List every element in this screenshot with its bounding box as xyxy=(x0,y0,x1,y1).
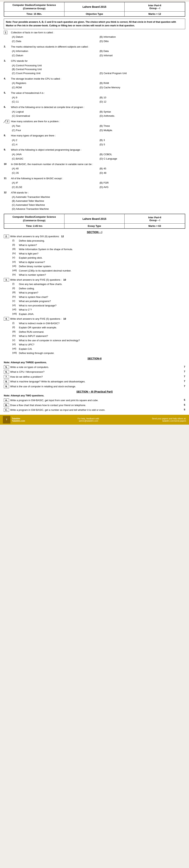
q7-text: How many solutions are there for a probl… xyxy=(11,120,185,123)
q3-num: 3. xyxy=(4,59,6,62)
header-group: Inter Part-II Group – I xyxy=(124,2,185,11)
footer-logo: T Talabilm Talabilm.com xyxy=(3,416,25,424)
q8-opt-d: (D) 5 xyxy=(100,143,185,147)
footer-logo-icon: T xyxy=(3,416,10,424)
question-9: 9. Which of the following is object orie… xyxy=(4,148,185,161)
q11-opt-c: (C) ELSE xyxy=(12,185,98,189)
essay-q3-iv: (iv)What is system flow chart? xyxy=(12,295,185,299)
essay-q4-vi: (vi)What is UPC? xyxy=(12,343,185,346)
q1-text: Collection of facts in raw form is calle… xyxy=(11,31,185,34)
q1-box: 1 xyxy=(4,31,7,34)
q11-opt-d: (D) AVG xyxy=(100,185,185,189)
questions-section: 1 Collection of facts in raw form is cal… xyxy=(4,31,185,211)
essay-qb-num: B. xyxy=(4,403,9,407)
essay-q3-marks: 10 xyxy=(63,278,66,281)
q11-text: All of the following is keyword in BASIC… xyxy=(11,177,185,180)
essay-q3-subs: (i)Give any two advantages of flow chart… xyxy=(12,282,185,316)
header-time: Time: 15 Min. xyxy=(4,11,65,16)
q8-text: How many types of languages are there : xyxy=(11,134,185,137)
header-title: Computer Studies/Computer Science (Comme… xyxy=(4,2,65,11)
footer-brand-line1: Talabilm xyxy=(12,417,25,420)
question-8: 8. How many types of languages are there… xyxy=(4,134,185,147)
section-2-note: Note: Attempt any THREE questions. xyxy=(4,361,185,364)
q2-content: The marks obtained by various students i… xyxy=(11,45,185,58)
essay-qc-num: C. xyxy=(4,408,9,412)
q9-opt-d: (D) C-Language xyxy=(100,157,185,161)
q11-options: (A) IF (B) FOR (C) ELSE (D) AVG xyxy=(12,181,185,189)
q2-text: The marks obtained by various students i… xyxy=(11,45,185,49)
q10-opt-b: (B) 45 xyxy=(100,167,185,171)
q7-opt-b: (B) Three xyxy=(100,124,185,128)
q1-opt-c: (C) Data xyxy=(12,39,98,43)
sub-num: (vi) xyxy=(12,343,19,346)
essay-q9-marks: 7 xyxy=(184,385,185,388)
essay-q3-text: Write short answers to any FIVE (5) ques… xyxy=(10,278,185,282)
q12-opt-a: (A) Automatic Transaction Machine xyxy=(12,195,185,199)
section-3-heading: SECTION – III (Practical Part) xyxy=(7,390,182,393)
q5-text: The value of hexadecimal A is : xyxy=(11,91,185,95)
q6-opt-c: (C) Grammatical xyxy=(12,114,98,118)
essay-q4-iv: (iv)What is INPUT statement? xyxy=(12,334,185,338)
essay-qa: A. Write a program in GW-BASIC, get inpu… xyxy=(4,399,185,402)
essay-q7-text: How do we define a problem? xyxy=(10,375,183,379)
essay-q2-i: (i)Define data processing. xyxy=(12,239,185,243)
q1-opt-d: (D) Ditto xyxy=(100,39,185,43)
header-board: Lahore Board 2015 xyxy=(65,2,125,11)
essay-q5-main: 5. Write a note on types of computers. 7 xyxy=(4,365,185,369)
essay-q2-text: Write short answers to any SIX (6) quest… xyxy=(10,235,185,238)
sub-text: Define testing through computer. xyxy=(19,351,185,355)
essay-header-board: Lahore Board 2015 xyxy=(65,214,125,223)
q4-content: The storage location inside the CPU is c… xyxy=(11,77,185,90)
sub-num: (ix) xyxy=(12,273,19,277)
footer-send-text: Send your papers and help others at: xyxy=(152,417,186,420)
q10-content: In GW-BASIC, the maximum number of chara… xyxy=(11,162,185,175)
sub-num: (iv) xyxy=(12,295,19,299)
essay-q4-text: Write short answers to any FIVE (5) ques… xyxy=(10,317,185,321)
essay-q2-iii: (iii)Write Information System in the sha… xyxy=(12,247,185,251)
footer-logo-text: T xyxy=(6,418,7,421)
q4-opt-c: (C) ROM xyxy=(12,86,98,90)
essay-qb: B. Draw a flow chart that shows how to c… xyxy=(4,403,185,407)
q7-opt-d: (D) Multiple. xyxy=(100,128,185,132)
q1-opt-b: (B) Information xyxy=(100,35,185,39)
q2-opt-b: (B) Data xyxy=(100,49,185,53)
sub-text: Give any two advantages of flow charts. xyxy=(19,282,185,286)
q7-slash: ╱ xyxy=(4,120,5,123)
q10-num: 10 xyxy=(4,162,6,165)
sub-text: What is system? xyxy=(19,243,185,247)
sub-text: Explain JAVA. xyxy=(19,312,185,316)
sub-text: Define RUN command. xyxy=(19,330,185,334)
question-4: 4. The storage location inside the CPU i… xyxy=(4,77,185,90)
essay-q3-i: (i)Give any two advantages of flow chart… xyxy=(12,282,185,286)
page: Computer Studies/Computer Science (Comme… xyxy=(0,2,189,425)
essay-q3-iii: (iii)What is program? xyxy=(12,291,185,294)
q11-opt-a: (A) IF xyxy=(12,181,98,185)
essay-q7-marks: 7 xyxy=(184,375,185,378)
q5-opt-c: (C) 11 xyxy=(12,100,98,104)
q8-content: How many types of languages are there : … xyxy=(11,134,185,147)
footer-email[interactable]: admin@talabilm.com xyxy=(77,420,100,422)
q8-options: (A) 2 (B) 3 (C) 4 (D) 5 xyxy=(12,138,185,147)
essay-q4-ii: (ii)Explain OR operator with example. xyxy=(12,326,185,330)
essay-qb-text: Draw a flow chart that shows how to cont… xyxy=(10,403,183,407)
essay-q4-marks: 10 xyxy=(63,317,66,320)
footer-website[interactable]: talabilm.com/send-papers xyxy=(152,420,186,422)
essay-q8-marks: 7 xyxy=(184,380,185,382)
q12-options: (A) Automatic Transaction Machine (B) Au… xyxy=(12,195,185,211)
essay-q3-ii: (ii)Define coding. xyxy=(12,287,185,290)
essay-q3: 3. Write short answers to any FIVE (5) q… xyxy=(4,278,185,316)
q10-opt-c: (C) 35 xyxy=(12,171,98,175)
sub-text: What is UPC? xyxy=(19,343,185,346)
q5-num: 5. xyxy=(4,91,6,94)
q12-opt-c: (C) Automated Token Machine xyxy=(12,203,185,207)
essay-q4: 4. Write short answers to any FIVE (5) q… xyxy=(4,317,185,355)
q12-num: 12 xyxy=(4,191,6,194)
essay-q2-v: (v)Explain pointing stick. xyxy=(12,256,185,260)
q11-content: All of the following is keyword in BASIC… xyxy=(11,177,185,189)
essay-q4-subs: (i)What is indirect mode in GW-BASIC? (i… xyxy=(12,321,185,355)
q2-options: (A) Information (B) Data (C) Datum (D) I… xyxy=(12,49,185,58)
footer-bar: T Talabilm Talabilm.com For help, feedba… xyxy=(0,415,189,425)
question-10: 10 In GW-BASIC, the maximum number of ch… xyxy=(4,162,185,175)
q2-opt-c: (C) Datum xyxy=(12,54,98,58)
essay-q3-vii: (vii)What is C"? xyxy=(12,308,185,312)
